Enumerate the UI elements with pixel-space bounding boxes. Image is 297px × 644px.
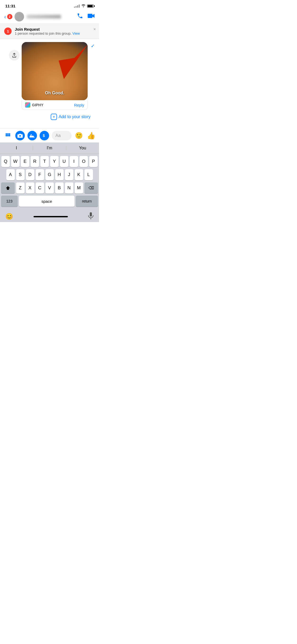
key-G[interactable]: G [45,169,54,180]
camera-button[interactable] [15,131,25,140]
space-key[interactable]: space [19,196,74,207]
message-input[interactable]: Aa [52,131,72,140]
add-to-story-container[interactable]: + Add to your story [4,111,95,125]
key-row-1: Q W E R T Y U I O P [1,156,98,167]
like-button[interactable]: 👍 [86,131,96,140]
key-W[interactable]: W [11,156,20,167]
key-row-2: A S D F G H J K L [1,169,98,180]
nav-bar: ‹ 2 [0,10,99,24]
gif-footer: GIPHY Reply [22,100,88,110]
svg-point-8 [19,135,21,137]
svg-point-6 [7,135,9,136]
key-I[interactable]: I [70,156,78,167]
key-F[interactable]: F [36,169,44,180]
video-icon[interactable] [87,13,95,21]
join-view-button[interactable]: View [72,31,80,35]
mic-button[interactable] [88,212,94,221]
key-row-3: Z X C V B N M ⌫ [1,182,98,194]
key-L[interactable]: L [84,169,93,180]
join-text: Join Request 1 person requested to join … [15,27,95,35]
keyboard-bottom-bar: 😊 [0,210,99,222]
read-checkmark: ✓ [91,43,95,49]
predictive-word-3[interactable]: You [66,145,99,151]
key-B[interactable]: B [55,182,64,194]
contact-info[interactable] [15,12,77,21]
home-indicator [34,216,68,217]
numbers-key[interactable]: 123 [1,196,18,207]
svg-point-4 [9,133,10,135]
predictive-word-1[interactable]: I [0,145,33,151]
add-plus-icon: + [51,114,57,120]
key-J[interactable]: J [65,169,73,180]
svg-rect-0 [88,14,92,18]
key-E[interactable]: E [21,156,29,167]
contact-name [27,15,61,19]
join-request-banner: 1 Join Request 1 person requested to joi… [0,24,99,39]
key-T[interactable]: T [40,156,49,167]
svg-point-5 [6,135,7,136]
avatar [15,12,24,21]
key-O[interactable]: O [79,156,88,167]
key-P[interactable]: P [89,156,98,167]
key-Y[interactable]: Y [50,156,59,167]
message-container: Oh Good. GIPHY Reply ✓ [4,42,95,110]
giphy-logo: GIPHY [25,102,44,108]
key-C[interactable]: C [36,182,44,194]
cash-button[interactable]: $ [40,131,49,140]
status-time: 11:31 [5,4,15,8]
key-H[interactable]: H [55,169,64,180]
svg-rect-14 [90,212,92,217]
status-icons [74,4,94,8]
key-D[interactable]: D [26,169,34,180]
emoji-button[interactable]: 🙂 [74,131,84,140]
svg-text:$: $ [43,134,45,138]
key-R[interactable]: R [31,156,39,167]
nav-actions [77,13,95,21]
apps-grid-button[interactable] [3,131,13,140]
join-close-button[interactable]: × [93,27,96,32]
svg-point-7 [9,135,10,136]
key-U[interactable]: U [60,156,68,167]
key-V[interactable]: V [45,182,54,194]
share-button[interactable] [9,50,20,61]
gif-caption: Oh Good. [45,91,64,95]
predictive-word-2[interactable]: I'm [33,145,66,151]
shift-key[interactable] [1,182,15,194]
svg-marker-13 [6,186,10,190]
status-bar: 11:31 [0,0,99,10]
giphy-icon [25,102,30,108]
delete-key[interactable]: ⌫ [84,182,98,194]
key-K[interactable]: K [75,169,83,180]
phone-icon[interactable] [77,13,83,21]
key-S[interactable]: S [16,169,25,180]
emoji-keyboard-button[interactable]: 😊 [5,213,13,220]
key-M[interactable]: M [75,182,83,194]
join-description: 1 person requested to join this group. V… [15,31,95,35]
back-button[interactable]: ‹ 2 [4,14,12,20]
key-X[interactable]: X [26,182,34,194]
signal-icon [74,4,80,8]
key-A[interactable]: A [6,169,15,180]
reply-button[interactable]: Reply [74,103,84,107]
add-to-story-label[interactable]: Add to your story [59,114,91,119]
key-N[interactable]: N [65,182,73,194]
return-key[interactable]: return [76,196,98,207]
svg-point-3 [7,133,9,135]
keyboard: I I'm You Q W E R T Y U I O P A S D F G … [0,142,99,222]
key-row-4: 123 space return [1,196,98,207]
svg-point-2 [6,133,7,135]
key-rows: Q W E R T Y U I O P A S D F G H J K L [0,154,99,210]
back-badge: 2 [7,14,12,19]
input-bar: $ Aa 🙂 👍 [0,128,99,142]
battery-icon [87,4,94,8]
message-bubble: Oh Good. GIPHY Reply [22,42,88,110]
key-Q[interactable]: Q [1,156,10,167]
predictive-bar: I I'm You [0,142,99,154]
messages-area: Oh Good. GIPHY Reply ✓ + Add to your sto… [0,39,99,128]
join-badge: 1 [4,27,12,35]
gif-image[interactable]: Oh Good. [22,42,88,100]
photo-button[interactable] [27,131,37,140]
key-Z[interactable]: Z [16,182,25,194]
join-title: Join Request [15,27,95,31]
wifi-icon [81,4,86,8]
